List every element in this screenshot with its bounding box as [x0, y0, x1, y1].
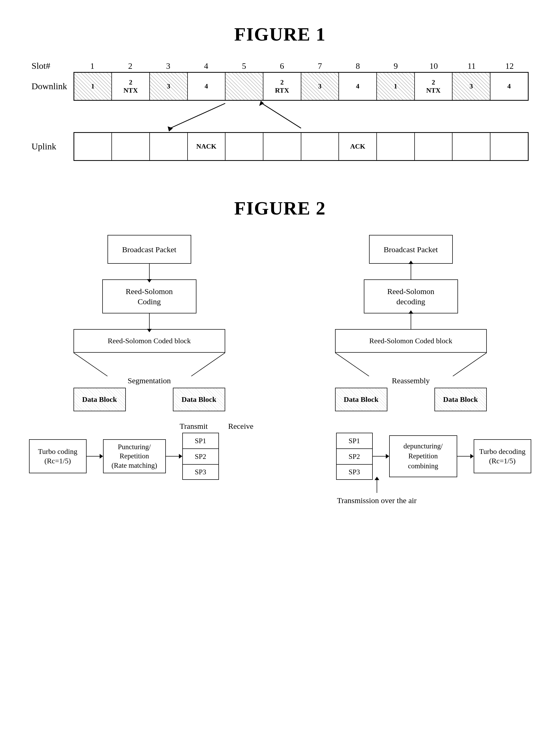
- svg-line-4: [74, 353, 107, 376]
- slot-num-1: 1: [74, 61, 111, 71]
- arrow-turbo-to-punct: [87, 454, 103, 458]
- right-reassembly-label: Reassembly: [392, 376, 430, 385]
- ul-cell-6: [264, 133, 301, 160]
- bottom-chain: Transmit Receive Turbo coding (Rc=1/5) P…: [18, 422, 542, 505]
- slot-num-11: 11: [453, 61, 491, 71]
- receive-label: Receive: [223, 422, 259, 431]
- left-chain: Broadcast Packet Reed-Solomon Coding Ree…: [60, 235, 238, 411]
- ul-cell-4: NACK: [188, 133, 226, 160]
- bottom-row: Turbo coding (Rc=1/5) Puncturing/ Repeti…: [18, 433, 542, 480]
- left-segmentation-trapezoid: [74, 353, 225, 376]
- slot-num-9: 9: [377, 61, 415, 71]
- right-reassembly-trapezoid: [335, 353, 487, 376]
- dl-cell-8: 4: [339, 73, 377, 100]
- ul-cell-5: [226, 133, 264, 160]
- dl-cell-2: 2NTX: [112, 73, 150, 100]
- dl-cell-9: 1: [377, 73, 415, 100]
- slot-num-3: 3: [149, 61, 187, 71]
- ul-cell-2: [112, 133, 150, 160]
- left-sp1-box: SP1: [182, 433, 219, 448]
- svg-line-7: [453, 353, 487, 376]
- slot-num-10: 10: [415, 61, 453, 71]
- slot-num-4: 4: [187, 61, 225, 71]
- transmit-receive-labels: Transmit Receive: [18, 422, 542, 431]
- left-broadcast-packet-box: Broadcast Packet: [107, 235, 191, 264]
- ul-cell-9: [377, 133, 415, 160]
- ul-cell-3: [150, 133, 188, 160]
- dl-cell-4: 4: [188, 73, 226, 100]
- left-data-block-right: Data Block: [173, 388, 225, 411]
- slot-num-2: 2: [111, 61, 149, 71]
- slot-num-8: 8: [339, 61, 377, 71]
- slot-label: Slot#: [32, 61, 74, 71]
- slots-header: Slot# 1 2 3 4 5 6 7 8 9 10 11 12: [32, 61, 529, 71]
- slot-numbers: 1 2 3 4 5 6 7 8 9 10 11 12: [74, 61, 529, 71]
- left-rs-coding-box: Reed-Solomon Coding: [102, 279, 196, 313]
- right-depuncturing-box: depuncturing/ Repetition combining: [389, 435, 457, 477]
- uplink-label: Uplink: [32, 132, 74, 161]
- dl-cell-6: 2RTX: [264, 73, 301, 100]
- arrow-punct-to-sp: [166, 454, 182, 458]
- arrows-area: [32, 101, 529, 132]
- downlink-label: Downlink: [32, 72, 74, 101]
- dl-cell-10: 2NTX: [415, 73, 453, 100]
- dl-cell-11: 3: [453, 73, 491, 100]
- left-data-blocks-row: Data Block Data Block: [74, 388, 225, 411]
- left-sp3-box: SP3: [182, 464, 219, 480]
- dl-cell-12: 4: [491, 73, 528, 100]
- left-turbo-coding-box: Turbo coding (Rc=1/5): [29, 439, 87, 473]
- slot-num-12: 12: [491, 61, 529, 71]
- svg-line-5: [191, 353, 225, 376]
- ul-cell-1: [74, 133, 112, 160]
- figure1-title: FIGURE 1: [32, 8, 529, 61]
- dl-cell-5: [226, 73, 264, 100]
- left-sp-group: SP1 SP2 SP3: [182, 433, 219, 480]
- arrow-depunct-to-turbo: [457, 454, 474, 458]
- dl-cell-1: 1: [74, 73, 112, 100]
- arrow-sp-to-depunct: [373, 454, 389, 458]
- arrow-rs-to-bp: [411, 264, 411, 279]
- transmission-arrow-area: Transmission over the air: [18, 480, 542, 505]
- ul-cell-7: [301, 133, 339, 160]
- ul-cell-10: [415, 133, 453, 160]
- right-broadcast-packet-box: Broadcast Packet: [369, 235, 453, 264]
- dl-cell-7: 3: [301, 73, 339, 100]
- ul-cell-8: ACK: [339, 133, 377, 160]
- uplink-cells: NACK ACK: [74, 132, 529, 161]
- uplink-row: Uplink NACK ACK: [32, 132, 529, 161]
- right-rs-coded-box: Reed-Solomon Coded block: [335, 329, 487, 353]
- fig1-arrows-svg: [74, 101, 529, 132]
- right-sp-group: SP1 SP2 SP3: [336, 433, 373, 480]
- right-rs-decoding-box: Reed-Solomon decoding: [364, 279, 458, 313]
- right-turbo-decoding-box: Turbo decoding (Rc=1/5): [474, 439, 531, 473]
- right-sp2-box: SP2: [336, 448, 373, 464]
- ul-cell-12: [491, 133, 528, 160]
- slot-num-6: 6: [263, 61, 301, 71]
- right-data-block-left: Data Block: [335, 388, 387, 411]
- right-sp1-box: SP1: [336, 433, 373, 448]
- left-data-block-left: Data Block: [74, 388, 126, 411]
- right-sp3-box: SP3: [336, 464, 373, 480]
- left-puncturing-box: Puncturing/ Repetition (Rate matching): [103, 439, 166, 473]
- svg-line-2: [262, 103, 301, 128]
- slot-num-7: 7: [301, 61, 339, 71]
- figure2-container: FIGURE 2 Broadcast Packet Reed-Solomon C…: [18, 177, 542, 526]
- svg-marker-3: [259, 101, 264, 106]
- svg-line-0: [170, 103, 225, 128]
- left-sp2-box: SP2: [182, 448, 219, 464]
- ul-cell-11: [453, 133, 491, 160]
- downlink-row: Downlink 1 2NTX 3 4: [32, 72, 529, 101]
- svg-marker-1: [168, 126, 173, 132]
- transmit-label: Transmit: [176, 422, 212, 431]
- downlink-cells: 1 2NTX 3 4 2RTX: [74, 72, 529, 101]
- svg-line-6: [335, 353, 369, 376]
- arrow-bp-to-rs: [149, 264, 150, 279]
- left-segmentation-label: Segmentation: [128, 376, 171, 385]
- right-chain: Broadcast Packet Reed-Solomon decoding R…: [322, 235, 500, 411]
- right-data-block-right: Data Block: [434, 388, 487, 411]
- dl-cell-3: 3: [150, 73, 188, 100]
- arrow-rscoded-to-rs: [411, 313, 411, 329]
- left-rs-coded-box: Reed-Solomon Coded block: [74, 329, 225, 353]
- figure2-title: FIGURE 2: [18, 177, 542, 235]
- right-data-blocks-row: Data Block Data Block: [335, 388, 487, 411]
